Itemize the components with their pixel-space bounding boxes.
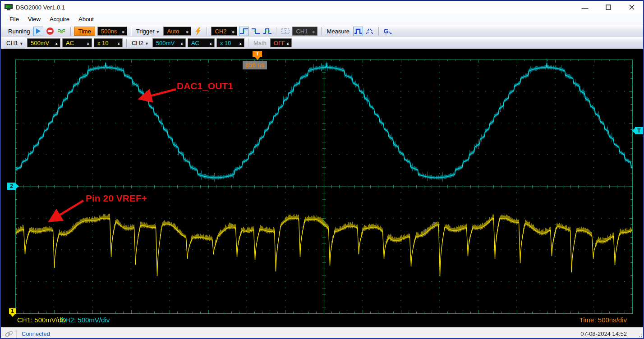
- ch2-zero-marker[interactable]: 2: [7, 183, 16, 190]
- resize-grip[interactable]: [637, 334, 642, 339]
- toolbar-channels: CH1▼ 500mV» AC» x 10» CH2▼ 500mV» AC» x …: [1, 37, 643, 49]
- trigger-source-dropdown[interactable]: CH2»: [211, 27, 237, 36]
- trigger-time-label: 856 ns: [243, 61, 267, 69]
- close-icon: [629, 5, 635, 10]
- annotation-pin20-vref: Pin 20 VREF+: [86, 193, 147, 204]
- arrow-down-right-icon: ↘: [389, 31, 392, 35]
- wave-icon: [58, 28, 66, 34]
- caret-down-icon: ▼: [19, 41, 23, 46]
- run-button[interactable]: [33, 27, 43, 36]
- measure-menu[interactable]: Measure: [327, 28, 350, 35]
- stop-icon: [46, 27, 54, 35]
- maximize-button[interactable]: [603, 3, 613, 11]
- lightning-icon: [195, 27, 201, 35]
- chevron-down-icon: »: [238, 41, 244, 44]
- timebase-dropdown[interactable]: 500ns»: [97, 27, 127, 36]
- math-label: Math: [253, 40, 267, 46]
- chevron-down-icon: »: [179, 41, 185, 44]
- autoset-button[interactable]: [57, 27, 67, 36]
- chevron-down-icon: »: [208, 41, 214, 44]
- chevron-down-icon: »: [311, 30, 317, 32]
- zone-trigger-button[interactable]: [281, 27, 290, 36]
- trigger-menu[interactable]: Trigger▼: [136, 28, 160, 35]
- falling-edge-icon: [251, 27, 260, 35]
- chevron-down-icon: »: [121, 30, 126, 32]
- rising-edge-icon: [239, 27, 248, 35]
- ch1-zero-marker[interactable]: 1: [9, 308, 16, 314]
- ch2-scale-readout: CH2: 500mV/div: [60, 316, 110, 324]
- ch2-volts-dropdown[interactable]: 500mV»: [152, 38, 186, 47]
- status-bar: Connected 07-08-2024 14:52: [1, 327, 643, 339]
- chevron-down-icon: »: [86, 41, 91, 44]
- ch1-scale-readout: CH1: 500mV/div: [17, 316, 66, 324]
- chevron-down-icon: »: [185, 30, 190, 32]
- rising-edge-button[interactable]: [239, 27, 249, 36]
- single-source-dropdown: CH1»: [292, 27, 317, 36]
- ch1-menu[interactable]: CH1▼: [6, 40, 23, 46]
- trigger-level-marker[interactable]: T: [635, 127, 643, 134]
- ch1-coupling-dropdown[interactable]: AC»: [62, 38, 92, 47]
- run-state-label: Running: [8, 28, 30, 35]
- app-icon: [5, 4, 13, 11]
- scope-display: T 856 ns 2 1 T DAC1_OUT1 Pin 20 VREF+ CH…: [1, 49, 643, 327]
- caret-down-icon: ▼: [145, 41, 149, 46]
- pulse-icon: [354, 28, 362, 35]
- scope-canvas[interactable]: [1, 49, 644, 327]
- trigger-position-flag[interactable]: T: [253, 51, 262, 57]
- annotation-dac1-out1: DAC1_OUT1: [177, 81, 233, 92]
- toolbar-main: Running Time 500ns» Trigger▼ Auto» CH2»: [1, 25, 643, 37]
- ch2-coupling-dropdown[interactable]: AC»: [188, 38, 215, 47]
- both-edge-icon: [263, 27, 272, 35]
- falling-edge-button[interactable]: [251, 27, 261, 36]
- menu-about[interactable]: About: [74, 14, 98, 24]
- ch2-menu[interactable]: CH2▼: [132, 40, 149, 46]
- stop-button[interactable]: [45, 27, 55, 36]
- ch1-probe-dropdown[interactable]: x 10»: [94, 38, 123, 47]
- chevron-down-icon: »: [285, 41, 291, 44]
- menu-bar: File View Acquire About: [1, 14, 643, 25]
- g-export-icon: G: [384, 27, 389, 35]
- zone-trigger-icon: [281, 27, 290, 35]
- close-button[interactable]: [627, 3, 637, 11]
- ch2-probe-dropdown[interactable]: x 10»: [216, 38, 244, 47]
- menu-acquire[interactable]: Acquire: [46, 14, 74, 24]
- maximize-icon: [606, 5, 611, 10]
- both-edge-button[interactable]: [262, 27, 272, 36]
- export-button[interactable]: G↘: [383, 27, 393, 36]
- cursor-measure-button[interactable]: [365, 27, 375, 36]
- math-dropdown[interactable]: OFF»: [270, 38, 292, 47]
- link-icon: [5, 330, 14, 338]
- caret-down-icon: ▼: [156, 30, 160, 34]
- chevron-down-icon: »: [54, 41, 60, 44]
- title-bar[interactable]: DSO2000 Ver1.0.1 —: [1, 1, 643, 14]
- menu-view[interactable]: View: [24, 14, 45, 24]
- chevron-down-icon: »: [116, 41, 122, 44]
- menu-file[interactable]: File: [5, 14, 23, 24]
- pulse-measure-button[interactable]: [353, 27, 363, 36]
- connection-status: Connected: [22, 330, 50, 337]
- trigger-mode-dropdown[interactable]: Auto»: [163, 27, 191, 36]
- app-window: DSO2000 Ver1.0.1 — File View Acquire Abo…: [0, 0, 644, 339]
- time-mode-button[interactable]: Time: [74, 27, 95, 36]
- timebase-readout: Time: 500ns/div: [580, 316, 627, 324]
- dotted-pulse-icon: [366, 28, 374, 35]
- play-icon: [36, 28, 41, 34]
- ch1-volts-dropdown[interactable]: 500mV»: [27, 38, 60, 47]
- force-trigger-button[interactable]: [193, 27, 203, 36]
- chevron-down-icon: »: [231, 30, 236, 32]
- minimize-button[interactable]: —: [580, 3, 590, 11]
- window-title: DSO2000 Ver1.0.1: [16, 4, 65, 11]
- datetime-label: 07-08-2024 14:52: [580, 330, 627, 337]
